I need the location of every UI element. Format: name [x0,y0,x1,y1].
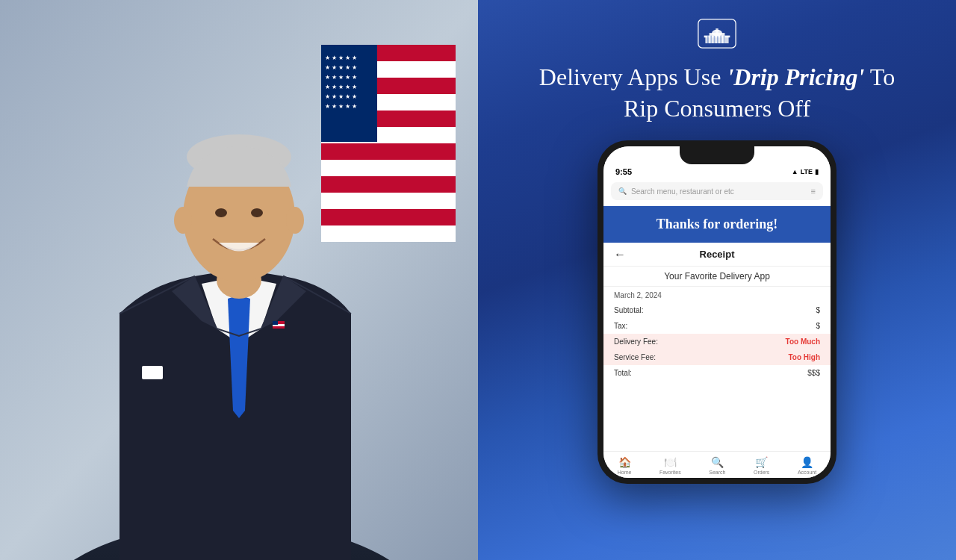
bottom-nav: 🏠Home🍽️Favorites🔍Search🛒Orders👤Account [603,451,831,478]
receipt-row-value: $ [816,306,820,314]
left-panel: ★ ★ ★ ★ ★ ★ ★ ★ ★ ★ ★ ★ ★ ★ ★ ★ ★ ★ ★ ★ … [0,0,478,560]
receipt-row-label: Tax: [614,322,627,330]
nav-icon: 👤 [801,456,813,469]
svg-rect-42 [724,36,725,43]
svg-rect-10 [321,193,456,209]
svg-rect-37 [707,36,709,43]
nav-item[interactable]: 👤Account [798,456,816,475]
receipt-date: March 2, 2024 [603,287,831,302]
svg-rect-44 [716,28,718,35]
nav-label: Orders [754,470,769,475]
lte-label: LTE [801,168,813,175]
battery-icon: ▮ [815,168,819,175]
nav-label: Search [709,470,725,475]
nav-item[interactable]: 🏠Home [618,456,632,475]
phone-mockup: 9:55 ▲ LTE ▮ 🔍 Search menu, restaurant o… [598,140,836,484]
headline-part1: Delivery Apps Use [539,63,727,90]
search-bar[interactable]: 🔍 Search menu, restaurant or etc ≡ [611,182,823,200]
svg-text:★ ★ ★ ★ ★: ★ ★ ★ ★ ★ [325,55,357,61]
banner-text: Thanks for ordering! [657,217,778,231]
svg-rect-28 [142,366,163,379]
nav-item[interactable]: 🔍Search [709,456,725,475]
svg-text:★ ★ ★ ★ ★: ★ ★ ★ ★ ★ [325,84,357,90]
filter-icon: ≡ [811,187,816,196]
back-arrow-icon[interactable]: ← [614,248,626,261]
receipt-row-label: Service Fee: [614,353,656,361]
receipt-area: ← Receipt Your Favorite Delivery App Mar… [603,243,831,451]
svg-point-26 [174,207,192,234]
svg-rect-12 [321,225,456,242]
receipt-row-label: Delivery Fee: [614,337,658,346]
svg-rect-11 [321,209,456,225]
svg-rect-38 [710,36,712,43]
nav-label: Account [798,470,816,475]
receipt-row: Total:$$$ [603,365,831,381]
order-banner: Thanks for ordering! [603,206,831,243]
receipt-row-value: $$$ [807,369,820,377]
nav-label: Home [618,470,632,475]
nav-item[interactable]: 🍽️Favorites [659,456,681,475]
receipt-header: ← Receipt [603,243,831,267]
svg-text:★ ★ ★ ★ ★: ★ ★ ★ ★ ★ [325,74,357,81]
receipt-row: Tax:$ [603,318,831,334]
receipt-row-label: Total: [614,369,632,377]
nav-icon: 🍽️ [664,456,677,469]
phone-wrapper: 9:55 ▲ LTE ▮ 🔍 Search menu, restaurant o… [500,140,934,484]
status-time: 9:55 [615,167,632,176]
svg-rect-40 [717,36,718,43]
receipt-row: Subtotal:$ [603,302,831,318]
nav-item[interactable]: 🛒Orders [754,456,769,475]
receipt-row-value: Too High [788,353,820,361]
svg-rect-9 [321,176,456,193]
svg-rect-35 [722,37,729,43]
nav-icon: 🏠 [618,456,631,469]
phone-screen: 9:55 ▲ LTE ▮ 🔍 Search menu, restaurant o… [603,146,831,478]
phone-notch [680,146,754,164]
nav-icon: 🔍 [711,456,724,469]
svg-rect-7 [321,143,456,160]
receipt-row-value: Too Much [786,337,820,346]
svg-point-27 [286,207,304,234]
svg-rect-39 [714,36,716,43]
svg-rect-8 [321,160,456,176]
svg-text:★ ★ ★ ★ ★: ★ ★ ★ ★ ★ [325,103,357,110]
svg-rect-41 [720,36,721,43]
nav-label: Favorites [659,470,681,475]
svg-rect-31 [273,321,278,325]
receipt-rows: Subtotal:$Tax:$Delivery Fee:Too MuchServ… [603,302,831,381]
svg-text:★ ★ ★ ★ ★: ★ ★ ★ ★ ★ [325,93,357,100]
receipt-row-label: Subtotal: [614,306,643,314]
headline-bold: 'Drip Pricing' [727,63,864,90]
restaurant-name: Your Favorite Delivery App [603,267,831,287]
right-panel: Delivery Apps Use 'Drip Pricing' To Rip … [478,0,956,560]
receipt-row: Delivery Fee:Too Much [603,334,831,349]
headline: Delivery Apps Use 'Drip Pricing' To Rip … [523,62,911,124]
receipt-row-value: $ [816,322,820,330]
svg-text:★ ★ ★ ★ ★: ★ ★ ★ ★ ★ [325,64,357,71]
search-placeholder: Search menu, restaurant or etc [631,187,734,196]
status-icons: ▲ LTE ▮ [792,168,819,175]
svg-point-24 [215,208,227,217]
signal-icon: ▲ [792,168,798,175]
receipt-row: Service Fee:Too High [603,349,831,365]
svg-point-25 [251,208,263,217]
whitehouse-logo [698,19,736,49]
search-icon: 🔍 [618,187,627,195]
nav-icon: 🛒 [755,456,768,469]
receipt-title: Receipt [700,249,735,260]
